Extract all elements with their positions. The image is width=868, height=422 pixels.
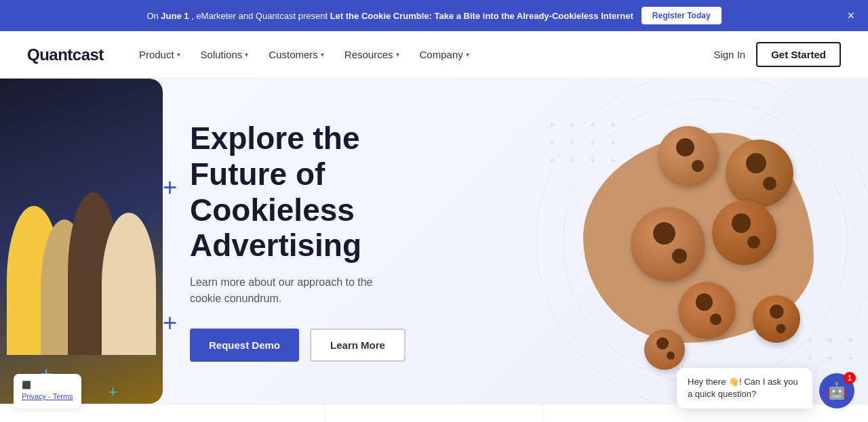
navbar: Quantcast Product ▾ Solutions ▾ Customer…	[0, 31, 868, 79]
plus-decoration: +	[163, 173, 177, 202]
privacy-badge: ⬛ Privacy - Terms	[14, 374, 81, 408]
hero-title: Explore the Future of Cookieless Adverti…	[190, 121, 407, 264]
hero-cookie-image: ++++ ++++ ++++ +++ +++	[542, 79, 868, 404]
sign-in-button[interactable]: Sign In	[713, 49, 745, 60]
cookie-illustration	[576, 119, 834, 363]
register-button[interactable]: Register Today	[642, 7, 722, 24]
nav-item-company[interactable]: Company ▾	[412, 43, 477, 66]
card-emarketer-event: e EMARKETER EVENT Let the Cookie Crumble…	[326, 404, 542, 422]
privacy-link[interactable]: Privacy - Terms	[22, 392, 73, 400]
plus-decoration: +	[108, 383, 117, 401]
chat-avatar-icon: 🤖	[827, 381, 847, 400]
request-demo-button[interactable]: Request Demo	[190, 329, 299, 362]
chat-notification-badge: 1	[844, 372, 856, 384]
nav-item-customers[interactable]: Customers ▾	[260, 43, 332, 66]
get-started-button[interactable]: Get Started	[756, 42, 841, 67]
hero-section: + + + + + + Explore the Future of Cookie…	[0, 79, 868, 404]
banner-close-button[interactable]: ×	[847, 9, 854, 22]
nav-item-resources[interactable]: Resources ▾	[336, 43, 408, 66]
logo[interactable]: Quantcast	[27, 45, 104, 64]
chat-open-button[interactable]: 🤖 1	[819, 373, 854, 408]
card-analyst-study: ANALYST STUDY The Total Economic Impact™…	[108, 404, 326, 422]
hero-subtitle: Learn more about our approach to the coo…	[190, 274, 407, 307]
nav-links: Product ▾ Solutions ▾ Customers ▾ Resour…	[131, 43, 714, 66]
privacy-icon: ⬛	[22, 379, 73, 392]
chevron-down-icon: ▾	[396, 51, 399, 58]
nav-item-solutions[interactable]: Solutions ▾	[193, 43, 257, 66]
nav-actions: Sign In Get Started	[713, 42, 841, 67]
chat-bubble: Hey there 👋! Can I ask you a quick quest…	[677, 368, 812, 408]
chevron-down-icon: ▾	[177, 51, 180, 58]
top-banner: On June 1 , eMarketer and Quantcast pres…	[0, 0, 868, 31]
plus-decoration: +	[163, 309, 177, 337]
hero-buttons: Request Demo Learn More	[190, 329, 407, 362]
nav-item-product[interactable]: Product ▾	[131, 43, 189, 66]
chevron-down-icon: ▾	[245, 51, 248, 58]
learn-more-button[interactable]: Learn More	[310, 329, 406, 362]
chevron-down-icon: ▾	[466, 51, 469, 58]
hero-content: Explore the Future of Cookieless Adverti…	[0, 80, 407, 403]
chevron-down-icon: ▾	[321, 51, 324, 58]
banner-text: On June 1 , eMarketer and Quantcast pres…	[146, 11, 633, 21]
chat-widget: Hey there 👋! Can I ask you a quick quest…	[677, 368, 854, 408]
